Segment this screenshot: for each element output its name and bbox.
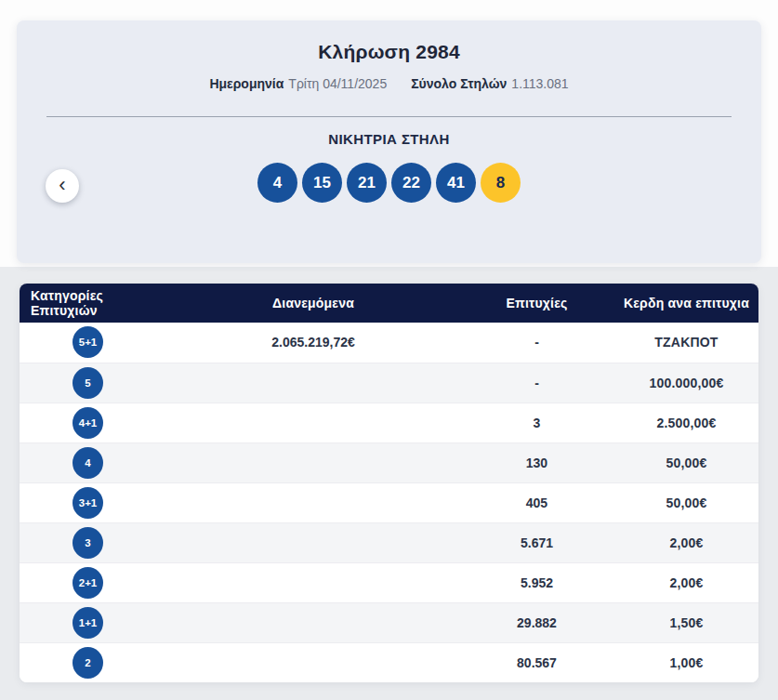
column-header-prize: Κερδη ανα επιτυχια bbox=[614, 284, 758, 323]
category-cell: 2+1 bbox=[20, 562, 167, 602]
winning-column-title: ΝΙΚΗΤΡΙΑ ΣΤΗΛΗ bbox=[17, 131, 761, 147]
winners-cell: - bbox=[459, 323, 614, 363]
winners-cell: 3 bbox=[459, 403, 614, 442]
category-badge: 4+1 bbox=[73, 407, 103, 439]
category-cell: 4 bbox=[20, 442, 167, 482]
distributed-cell bbox=[167, 642, 459, 682]
draw-date: Ημερομηνία Τρίτη 04/11/2025 bbox=[209, 75, 387, 92]
table-row: 35.6712,00€ bbox=[20, 522, 758, 562]
distributed-cell bbox=[167, 403, 459, 442]
prize-cell: 2.500,00€ bbox=[614, 403, 758, 442]
winners-cell: - bbox=[459, 363, 614, 403]
distributed-cell bbox=[167, 363, 459, 403]
chevron-left-icon: ‹ bbox=[59, 175, 65, 198]
distributed-cell bbox=[167, 442, 459, 482]
results-table-body: 5+12.065.219,72€-ΤΖΑΚΠΟΤ5-100.000,00€4+1… bbox=[20, 323, 758, 682]
category-cell: 5 bbox=[20, 363, 167, 403]
prize-cell: 2,00€ bbox=[614, 522, 758, 562]
table-row: 5-100.000,00€ bbox=[20, 363, 758, 403]
table-row: 5+12.065.219,72€-ΤΖΑΚΠΟΤ bbox=[20, 323, 758, 363]
prize-cell: 50,00€ bbox=[614, 482, 758, 522]
table-row: 1+129.8821,50€ bbox=[20, 602, 758, 642]
draw-summary-section: Κλήρωση 2984 Ημερομηνία Τρίτη 04/11/2025… bbox=[0, 0, 778, 267]
category-cell: 1+1 bbox=[20, 602, 167, 642]
distributed-cell bbox=[167, 602, 459, 642]
distributed-cell bbox=[167, 522, 459, 562]
table-row: 280.5671,00€ bbox=[20, 642, 758, 682]
winning-numbers: 4152122418 bbox=[17, 163, 761, 203]
winners-cell: 405 bbox=[459, 482, 614, 522]
category-cell: 2 bbox=[20, 642, 167, 682]
table-header-row: Κατηγορίες Επιτυχιών Διανεμόμενα Επιτυχί… bbox=[20, 284, 758, 323]
table-row: 2+15.9522,00€ bbox=[20, 562, 758, 602]
category-badge: 5+1 bbox=[73, 326, 103, 358]
table-row: 413050,00€ bbox=[20, 442, 758, 482]
category-cell: 3+1 bbox=[20, 482, 167, 522]
column-header-winners: Επιτυχίες bbox=[459, 284, 614, 323]
winning-number-ball: 21 bbox=[347, 163, 387, 203]
winning-number-ball: 4 bbox=[257, 163, 297, 203]
winners-cell: 29.882 bbox=[459, 602, 614, 642]
prize-cell: 1,50€ bbox=[614, 602, 758, 642]
category-badge: 3 bbox=[73, 527, 103, 559]
prize-cell: 100.000,00€ bbox=[614, 363, 758, 403]
winners-cell: 80.567 bbox=[459, 642, 614, 682]
prize-cell: 50,00€ bbox=[614, 442, 758, 482]
distributed-cell bbox=[167, 562, 459, 602]
total-columns-value: 1.113.081 bbox=[511, 75, 568, 92]
distributed-cell bbox=[167, 482, 459, 522]
date-label: Ημερομηνία bbox=[209, 75, 284, 92]
table-row: 4+132.500,00€ bbox=[20, 403, 758, 442]
results-table: Κατηγορίες Επιτυχιών Διανεμόμενα Επιτυχί… bbox=[20, 284, 758, 682]
winning-number-ball: 22 bbox=[391, 163, 431, 203]
page: Κλήρωση 2984 Ημερομηνία Τρίτη 04/11/2025… bbox=[0, 0, 778, 700]
category-badge: 4 bbox=[73, 447, 103, 479]
distributed-cell: 2.065.219,72€ bbox=[167, 323, 459, 363]
draw-meta: Ημερομηνία Τρίτη 04/11/2025 Σύνολο Στηλώ… bbox=[17, 75, 761, 92]
category-badge: 5 bbox=[73, 367, 103, 399]
winners-cell: 5.671 bbox=[459, 522, 614, 562]
table-row: 3+140550,00€ bbox=[20, 482, 758, 522]
category-cell: 3 bbox=[20, 522, 167, 562]
column-header-distributed: Διανεμόμενα bbox=[167, 284, 459, 323]
joker-number-ball: 8 bbox=[481, 163, 521, 203]
winning-number-ball: 15 bbox=[302, 163, 342, 203]
previous-draw-button[interactable]: ‹ bbox=[46, 169, 79, 203]
category-badge: 2 bbox=[73, 647, 103, 679]
draw-card: Κλήρωση 2984 Ημερομηνία Τρίτη 04/11/2025… bbox=[17, 20, 761, 263]
total-columns: Σύνολο Στηλών 1.113.081 bbox=[411, 75, 568, 92]
draw-title: Κλήρωση 2984 bbox=[17, 20, 761, 63]
total-columns-label: Σύνολο Στηλών bbox=[411, 75, 507, 92]
divider bbox=[46, 116, 732, 117]
date-value: Τρίτη 04/11/2025 bbox=[288, 75, 387, 92]
winners-cell: 130 bbox=[459, 442, 614, 482]
prize-cell: 2,00€ bbox=[614, 562, 758, 602]
prize-cell: 1,00€ bbox=[614, 642, 758, 682]
winning-number-ball: 41 bbox=[436, 163, 476, 203]
category-badge: 3+1 bbox=[73, 487, 103, 519]
prize-cell: ΤΖΑΚΠΟΤ bbox=[614, 323, 758, 363]
category-badge: 1+1 bbox=[73, 607, 103, 639]
winners-cell: 5.952 bbox=[459, 562, 614, 602]
results-section: Κατηγορίες Επιτυχιών Διανεμόμενα Επιτυχί… bbox=[0, 267, 778, 700]
column-header-categories: Κατηγορίες Επιτυχιών bbox=[20, 284, 167, 323]
category-badge: 2+1 bbox=[73, 567, 103, 599]
category-cell: 5+1 bbox=[20, 323, 167, 363]
category-cell: 4+1 bbox=[20, 403, 167, 442]
